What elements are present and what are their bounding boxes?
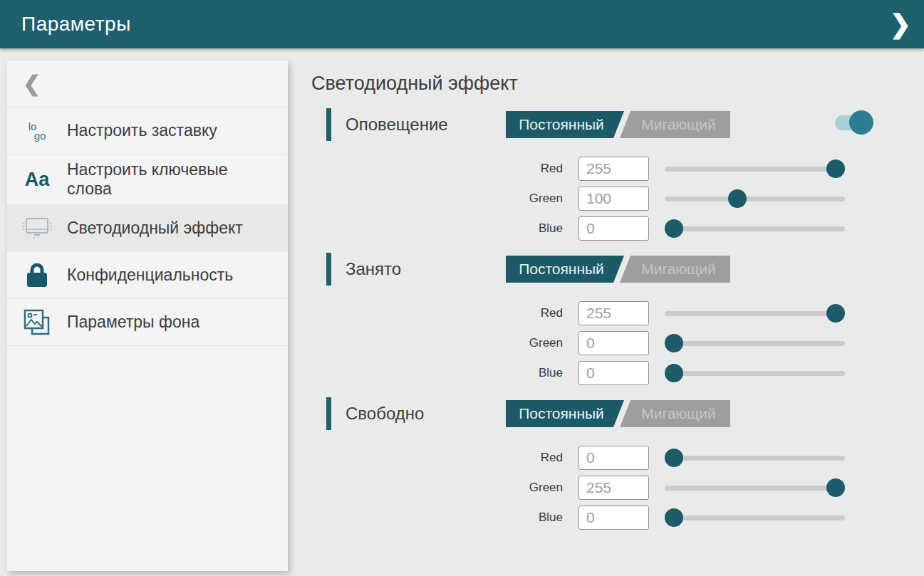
blue-label: Blue [311,214,563,244]
section-accent-bar [326,397,331,430]
section-accent-bar [326,108,331,141]
sidebar-item-background[interactable]: Параметры фона [7,299,288,346]
section-busy: Занято Постоянный Мигающий Red Green Blu… [311,253,924,388]
green-slider[interactable] [665,184,845,214]
sidebar-item-label: Конфиденциальность [67,266,233,285]
green-slider[interactable] [665,328,845,358]
sidebar-item-screensaver[interactable]: logo Настроить заставку [7,108,288,155]
blue-slider[interactable] [665,214,845,244]
section-label: Занято [346,253,401,286]
slider-thumb[interactable] [826,478,845,497]
red-label: Red [311,443,563,473]
notification-led-toggle[interactable] [835,110,873,135]
red-slider[interactable] [665,154,845,184]
tab-constant[interactable]: Постоянный [506,256,624,283]
sidebar-item-label: Настроить ключевые слова [67,160,270,199]
blue-label: Blue [311,503,563,533]
mode-tabs: Постоянный Мигающий [506,256,730,283]
sidebar-item-privacy[interactable]: Конфиденциальность [7,252,288,299]
collapse-panel-icon[interactable]: ❯ [890,7,911,41]
green-label: Green [311,184,563,214]
slider-thumb[interactable] [665,219,683,238]
sidebar-item-label: Светодиодный эффект [67,219,243,238]
red-slider[interactable] [665,298,845,328]
lock-icon [7,261,67,290]
app-header: Параметры ❯ [0,0,924,48]
content-title: Светодиодный эффект [311,70,924,96]
section-free: Свободно Постоянный Мигающий Red Green B… [311,397,924,533]
mode-tabs: Постоянный Мигающий [506,111,730,138]
red-slider[interactable] [665,443,845,473]
slider-track [665,197,845,201]
red-input[interactable] [578,446,649,470]
section-accent-bar [326,253,331,286]
slider-track [665,486,845,491]
tab-constant[interactable]: Постоянный [506,400,624,427]
led-effect-panel: Светодиодный эффект Оповещение Постоянны… [311,61,924,542]
section-notification: Оповещение Постоянный Мигающий Red Green [311,108,924,244]
red-label: Red [311,154,563,184]
tab-blinking[interactable]: Мигающий [620,400,730,427]
green-input[interactable] [578,331,649,355]
slider-thumb[interactable] [665,508,683,527]
slider-thumb[interactable] [665,449,683,467]
page-title: Параметры [21,13,131,36]
blue-slider[interactable] [665,358,845,388]
blue-label: Blue [311,358,563,388]
slider-track [665,226,845,231]
slider-track [665,456,845,461]
slider-thumb[interactable] [665,364,683,382]
green-label: Green [311,473,563,503]
slider-thumb[interactable] [826,304,845,323]
green-input[interactable] [578,187,649,211]
tab-blinking[interactable]: Мигающий [620,256,730,283]
slider-track [665,167,845,172]
green-label: Green [311,328,563,358]
keywords-icon: Aa [7,169,67,191]
section-label: Свободно [346,397,424,430]
settings-sidebar: ❮ logo Настроить заставку Aa Настроить к… [7,61,288,571]
tab-blinking[interactable]: Мигающий [620,111,730,138]
blue-slider[interactable] [665,503,845,533]
chevron-left-icon: ❮ [23,71,41,96]
slider-thumb[interactable] [826,159,845,178]
toggle-knob [849,110,873,135]
section-label: Оповещение [346,108,448,141]
led-screen-icon [7,216,67,241]
red-input[interactable] [578,301,649,325]
back-button[interactable]: ❮ [7,61,288,108]
red-input[interactable] [578,157,649,181]
background-images-icon [7,308,67,337]
slider-track [665,341,845,346]
slider-track [665,515,845,520]
sidebar-item-keywords[interactable]: Aa Настроить ключевые слова [7,155,288,205]
tab-constant[interactable]: Постоянный [506,111,624,138]
green-input[interactable] [578,476,649,500]
blue-input[interactable] [578,216,649,241]
mode-tabs: Постоянный Мигающий [506,400,730,427]
blue-input[interactable] [578,361,649,385]
green-slider[interactable] [665,473,845,503]
slider-thumb[interactable] [665,334,683,352]
sidebar-item-label: Параметры фона [67,313,199,332]
blue-input[interactable] [578,506,649,530]
sidebar-item-label: Настроить заставку [67,121,217,140]
red-label: Red [311,298,563,328]
logo-icon: logo [7,122,67,140]
slider-track [665,371,845,376]
slider-track [665,311,845,316]
sidebar-item-led-effect[interactable]: Светодиодный эффект [7,205,288,252]
slider-thumb[interactable] [728,189,747,208]
